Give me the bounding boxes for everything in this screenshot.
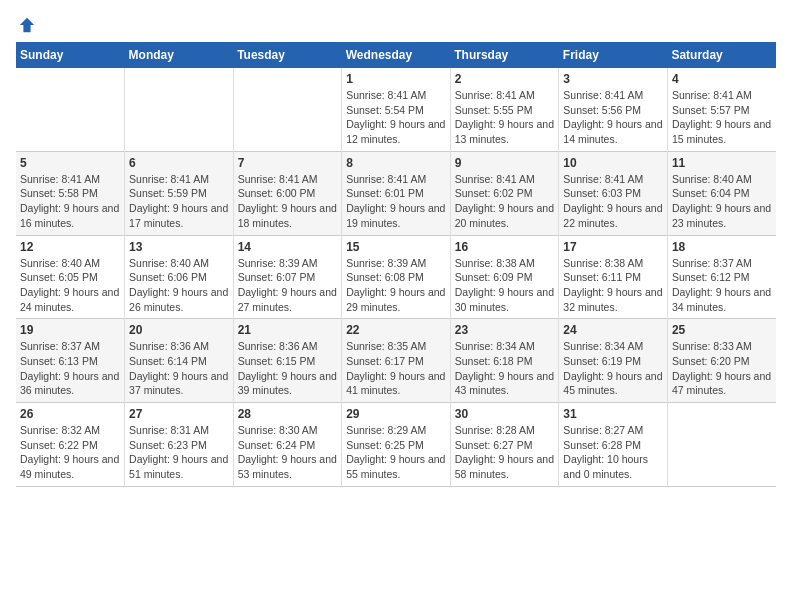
calendar-cell: 9Sunrise: 8:41 AM Sunset: 6:02 PM Daylig… xyxy=(450,151,559,235)
week-row-3: 19Sunrise: 8:37 AM Sunset: 6:13 PM Dayli… xyxy=(16,319,776,403)
cell-detail: Sunrise: 8:41 AM Sunset: 6:03 PM Dayligh… xyxy=(563,172,663,231)
cell-detail: Sunrise: 8:34 AM Sunset: 6:18 PM Dayligh… xyxy=(455,339,555,398)
cell-detail: Sunrise: 8:37 AM Sunset: 6:13 PM Dayligh… xyxy=(20,339,120,398)
day-number: 15 xyxy=(346,240,446,254)
day-number: 2 xyxy=(455,72,555,86)
calendar-cell: 8Sunrise: 8:41 AM Sunset: 6:01 PM Daylig… xyxy=(342,151,451,235)
day-number: 30 xyxy=(455,407,555,421)
cell-detail: Sunrise: 8:40 AM Sunset: 6:06 PM Dayligh… xyxy=(129,256,229,315)
cell-detail: Sunrise: 8:41 AM Sunset: 5:57 PM Dayligh… xyxy=(672,88,772,147)
day-number: 6 xyxy=(129,156,229,170)
cell-detail: Sunrise: 8:40 AM Sunset: 6:05 PM Dayligh… xyxy=(20,256,120,315)
cell-detail: Sunrise: 8:41 AM Sunset: 5:55 PM Dayligh… xyxy=(455,88,555,147)
cell-detail: Sunrise: 8:38 AM Sunset: 6:09 PM Dayligh… xyxy=(455,256,555,315)
calendar-table: SundayMondayTuesdayWednesdayThursdayFrid… xyxy=(16,42,776,487)
day-number: 24 xyxy=(563,323,663,337)
header-row: SundayMondayTuesdayWednesdayThursdayFrid… xyxy=(16,42,776,68)
calendar-cell: 1Sunrise: 8:41 AM Sunset: 5:54 PM Daylig… xyxy=(342,68,451,151)
cell-detail: Sunrise: 8:35 AM Sunset: 6:17 PM Dayligh… xyxy=(346,339,446,398)
calendar-cell: 11Sunrise: 8:40 AM Sunset: 6:04 PM Dayli… xyxy=(667,151,776,235)
day-number: 16 xyxy=(455,240,555,254)
cell-detail: Sunrise: 8:41 AM Sunset: 6:00 PM Dayligh… xyxy=(238,172,338,231)
day-number: 7 xyxy=(238,156,338,170)
week-row-2: 12Sunrise: 8:40 AM Sunset: 6:05 PM Dayli… xyxy=(16,235,776,319)
cell-detail: Sunrise: 8:40 AM Sunset: 6:04 PM Dayligh… xyxy=(672,172,772,231)
calendar-cell: 12Sunrise: 8:40 AM Sunset: 6:05 PM Dayli… xyxy=(16,235,125,319)
calendar-cell: 17Sunrise: 8:38 AM Sunset: 6:11 PM Dayli… xyxy=(559,235,668,319)
day-number: 11 xyxy=(672,156,772,170)
day-number: 10 xyxy=(563,156,663,170)
cell-detail: Sunrise: 8:36 AM Sunset: 6:15 PM Dayligh… xyxy=(238,339,338,398)
week-row-1: 5Sunrise: 8:41 AM Sunset: 5:58 PM Daylig… xyxy=(16,151,776,235)
day-number: 28 xyxy=(238,407,338,421)
calendar-cell: 31Sunrise: 8:27 AM Sunset: 6:28 PM Dayli… xyxy=(559,403,668,487)
calendar-cell: 26Sunrise: 8:32 AM Sunset: 6:22 PM Dayli… xyxy=(16,403,125,487)
cell-detail: Sunrise: 8:41 AM Sunset: 5:59 PM Dayligh… xyxy=(129,172,229,231)
cell-detail: Sunrise: 8:41 AM Sunset: 6:02 PM Dayligh… xyxy=(455,172,555,231)
day-number: 8 xyxy=(346,156,446,170)
cell-detail: Sunrise: 8:37 AM Sunset: 6:12 PM Dayligh… xyxy=(672,256,772,315)
header-cell-wednesday: Wednesday xyxy=(342,42,451,68)
day-number: 29 xyxy=(346,407,446,421)
calendar-cell: 7Sunrise: 8:41 AM Sunset: 6:00 PM Daylig… xyxy=(233,151,342,235)
calendar-cell: 30Sunrise: 8:28 AM Sunset: 6:27 PM Dayli… xyxy=(450,403,559,487)
calendar-cell: 18Sunrise: 8:37 AM Sunset: 6:12 PM Dayli… xyxy=(667,235,776,319)
cell-detail: Sunrise: 8:31 AM Sunset: 6:23 PM Dayligh… xyxy=(129,423,229,482)
logo xyxy=(16,16,36,30)
calendar-cell: 28Sunrise: 8:30 AM Sunset: 6:24 PM Dayli… xyxy=(233,403,342,487)
calendar-cell: 6Sunrise: 8:41 AM Sunset: 5:59 PM Daylig… xyxy=(125,151,234,235)
day-number: 31 xyxy=(563,407,663,421)
cell-detail: Sunrise: 8:41 AM Sunset: 5:54 PM Dayligh… xyxy=(346,88,446,147)
header-cell-sunday: Sunday xyxy=(16,42,125,68)
svg-marker-0 xyxy=(20,18,34,32)
cell-detail: Sunrise: 8:29 AM Sunset: 6:25 PM Dayligh… xyxy=(346,423,446,482)
cell-detail: Sunrise: 8:36 AM Sunset: 6:14 PM Dayligh… xyxy=(129,339,229,398)
calendar-header: SundayMondayTuesdayWednesdayThursdayFrid… xyxy=(16,42,776,68)
calendar-cell xyxy=(667,403,776,487)
calendar-cell: 22Sunrise: 8:35 AM Sunset: 6:17 PM Dayli… xyxy=(342,319,451,403)
week-row-0: 1Sunrise: 8:41 AM Sunset: 5:54 PM Daylig… xyxy=(16,68,776,151)
calendar-cell xyxy=(125,68,234,151)
day-number: 14 xyxy=(238,240,338,254)
cell-detail: Sunrise: 8:39 AM Sunset: 6:08 PM Dayligh… xyxy=(346,256,446,315)
calendar-cell: 24Sunrise: 8:34 AM Sunset: 6:19 PM Dayli… xyxy=(559,319,668,403)
calendar-cell: 4Sunrise: 8:41 AM Sunset: 5:57 PM Daylig… xyxy=(667,68,776,151)
calendar-cell: 21Sunrise: 8:36 AM Sunset: 6:15 PM Dayli… xyxy=(233,319,342,403)
calendar-cell: 23Sunrise: 8:34 AM Sunset: 6:18 PM Dayli… xyxy=(450,319,559,403)
calendar-cell: 5Sunrise: 8:41 AM Sunset: 5:58 PM Daylig… xyxy=(16,151,125,235)
day-number: 23 xyxy=(455,323,555,337)
header-cell-tuesday: Tuesday xyxy=(233,42,342,68)
day-number: 12 xyxy=(20,240,120,254)
header-cell-thursday: Thursday xyxy=(450,42,559,68)
day-number: 3 xyxy=(563,72,663,86)
day-number: 25 xyxy=(672,323,772,337)
cell-detail: Sunrise: 8:34 AM Sunset: 6:19 PM Dayligh… xyxy=(563,339,663,398)
cell-detail: Sunrise: 8:32 AM Sunset: 6:22 PM Dayligh… xyxy=(20,423,120,482)
calendar-cell: 25Sunrise: 8:33 AM Sunset: 6:20 PM Dayli… xyxy=(667,319,776,403)
logo-icon xyxy=(18,16,36,34)
cell-detail: Sunrise: 8:41 AM Sunset: 5:56 PM Dayligh… xyxy=(563,88,663,147)
day-number: 5 xyxy=(20,156,120,170)
calendar-cell xyxy=(16,68,125,151)
cell-detail: Sunrise: 8:41 AM Sunset: 5:58 PM Dayligh… xyxy=(20,172,120,231)
day-number: 17 xyxy=(563,240,663,254)
header xyxy=(16,16,776,30)
calendar-body: 1Sunrise: 8:41 AM Sunset: 5:54 PM Daylig… xyxy=(16,68,776,486)
calendar-cell: 3Sunrise: 8:41 AM Sunset: 5:56 PM Daylig… xyxy=(559,68,668,151)
cell-detail: Sunrise: 8:33 AM Sunset: 6:20 PM Dayligh… xyxy=(672,339,772,398)
cell-detail: Sunrise: 8:30 AM Sunset: 6:24 PM Dayligh… xyxy=(238,423,338,482)
day-number: 18 xyxy=(672,240,772,254)
day-number: 4 xyxy=(672,72,772,86)
calendar-cell: 16Sunrise: 8:38 AM Sunset: 6:09 PM Dayli… xyxy=(450,235,559,319)
calendar-cell: 2Sunrise: 8:41 AM Sunset: 5:55 PM Daylig… xyxy=(450,68,559,151)
header-cell-monday: Monday xyxy=(125,42,234,68)
calendar-cell: 10Sunrise: 8:41 AM Sunset: 6:03 PM Dayli… xyxy=(559,151,668,235)
cell-detail: Sunrise: 8:41 AM Sunset: 6:01 PM Dayligh… xyxy=(346,172,446,231)
calendar-cell: 19Sunrise: 8:37 AM Sunset: 6:13 PM Dayli… xyxy=(16,319,125,403)
day-number: 9 xyxy=(455,156,555,170)
day-number: 20 xyxy=(129,323,229,337)
cell-detail: Sunrise: 8:27 AM Sunset: 6:28 PM Dayligh… xyxy=(563,423,663,482)
header-cell-saturday: Saturday xyxy=(667,42,776,68)
cell-detail: Sunrise: 8:39 AM Sunset: 6:07 PM Dayligh… xyxy=(238,256,338,315)
day-number: 21 xyxy=(238,323,338,337)
